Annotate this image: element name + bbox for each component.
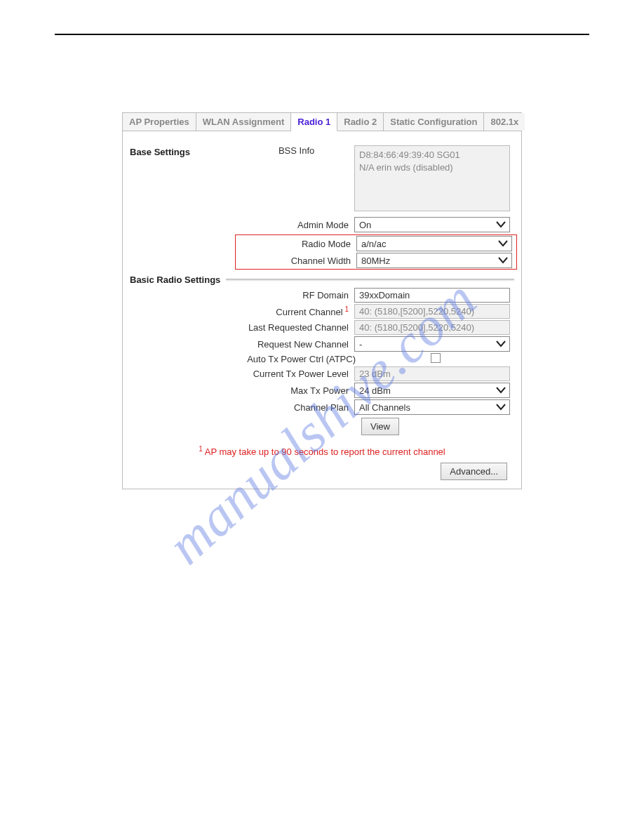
tab-static-configuration[interactable]: Static Configuration — [384, 113, 484, 131]
chevron-down-icon — [497, 256, 509, 265]
view-button[interactable]: View — [361, 418, 399, 435]
rf-domain-input[interactable]: 39xxDomain — [354, 288, 510, 303]
request-new-channel-select[interactable]: - — [354, 336, 510, 352]
label-bss-info: BSS Info — [239, 145, 354, 156]
current-channel-value: 40: (5180,[5200],5220,5240) — [359, 306, 474, 317]
label-request-new-channel: Request New Channel — [239, 339, 354, 350]
current-channel-display: 40: (5180,[5200],5220,5240) — [354, 304, 510, 319]
page-divider — [55, 34, 589, 35]
advanced-button[interactable]: Advanced... — [441, 463, 507, 480]
label-admin-mode: Admin Mode — [239, 220, 354, 230]
label-atpc: Auto Tx Power Ctrl (ATPC) — [242, 354, 361, 364]
panel-body: Base Settings BSS Info D8:84:66:49:39:40… — [123, 131, 521, 489]
footnote: 1 AP may take up to 90 seconds to report… — [130, 445, 514, 457]
footnote-text: AP may take up to 90 seconds to report t… — [203, 446, 445, 457]
current-tx-power-value: 23 dBm — [359, 369, 391, 379]
chevron-down-icon — [495, 220, 507, 230]
config-panel: AP Properties WLAN Assignment Radio 1 Ra… — [122, 112, 522, 489]
max-tx-power-value: 24 dBm — [359, 385, 391, 396]
rf-domain-value: 39xxDomain — [359, 290, 410, 300]
tab-bar: AP Properties WLAN Assignment Radio 1 Ra… — [123, 113, 521, 131]
request-new-channel-value: - — [359, 339, 362, 350]
section-rule — [226, 279, 514, 282]
channel-width-select[interactable]: 80MHz — [356, 253, 512, 268]
channel-plan-value: All Channels — [359, 402, 410, 413]
tab-802-1x[interactable]: 802.1x — [484, 113, 525, 131]
channel-width-value: 80MHz — [361, 256, 390, 266]
last-requested-channel-display: 40: (5180,[5200],5220,5240) — [354, 320, 510, 335]
label-radio-mode: Radio Mode — [236, 239, 356, 249]
radio-mode-value: a/n/ac — [361, 239, 386, 249]
highlight-box: Radio Mode a/n/ac C — [235, 234, 517, 270]
label-channel-plan: Channel Plan — [239, 402, 354, 413]
footnote-ref: 1 — [343, 305, 349, 313]
label-last-requested-channel: Last Requested Channel — [239, 322, 354, 333]
label-current-channel: Current Channel 1 — [239, 305, 354, 317]
section-title-basic-radio: Basic Radio Settings — [130, 274, 226, 285]
radio-mode-select[interactable]: a/n/ac — [356, 236, 512, 251]
last-requested-channel-value: 40: (5180,[5200],5220,5240) — [359, 322, 474, 333]
label-rf-domain: RF Domain — [239, 290, 354, 300]
tab-radio-2[interactable]: Radio 2 — [337, 113, 384, 131]
current-tx-power-display: 23 dBm — [354, 366, 510, 381]
label-current-tx-power: Current Tx Power Level — [239, 369, 354, 379]
bss-info-display: D8:84:66:49:39:40 SG01 N/A erin wds (dis… — [354, 145, 510, 211]
label-channel-width: Channel Width — [236, 256, 356, 266]
chevron-down-icon — [495, 385, 507, 395]
tab-ap-properties[interactable]: AP Properties — [123, 113, 196, 131]
section-header-basic-radio: Basic Radio Settings — [130, 274, 514, 285]
tab-radio-1[interactable]: Radio 1 — [291, 113, 337, 131]
admin-mode-value: On — [359, 220, 371, 230]
tab-wlan-assignment[interactable]: WLAN Assignment — [196, 113, 292, 131]
label-max-tx-power: Max Tx Power — [239, 385, 354, 396]
channel-plan-select[interactable]: All Channels — [354, 399, 510, 415]
admin-mode-select[interactable]: On — [354, 217, 510, 232]
chevron-down-icon — [495, 339, 507, 349]
chevron-down-icon — [497, 239, 509, 249]
max-tx-power-select[interactable]: 24 dBm — [354, 383, 510, 398]
atpc-checkbox[interactable] — [431, 353, 441, 363]
section-title-base: Base Settings — [130, 145, 239, 157]
chevron-down-icon — [495, 402, 507, 412]
